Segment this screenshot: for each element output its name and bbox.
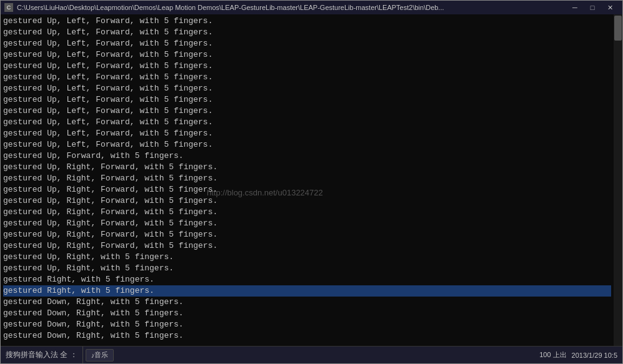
maximize-button[interactable]: □ xyxy=(584,1,601,14)
console-line: gestured Up, Right, Forward, with 5 fing… xyxy=(3,173,611,184)
ime-display: 搜狗拼音输入法 全 ： xyxy=(1,347,83,363)
title-bar: C C:\Users\LiuHao\Desktop\Leapmotion\Dem… xyxy=(1,1,622,14)
console-line: gestured Up, Left, Forward, with 5 finge… xyxy=(3,139,611,150)
console-line: gestured Down, Right, with 5 fingers. xyxy=(3,330,611,342)
scrollbar-thumb[interactable] xyxy=(614,16,622,41)
resolution-info: 100 上出 xyxy=(539,350,566,360)
console-line: gestured Up, Right, Forward, with 5 fing… xyxy=(3,184,611,195)
console-line: gestured Up, Forward, with 5 fingers. xyxy=(3,150,611,162)
console-line: gestured Up, Left, Forward, with 5 finge… xyxy=(3,128,611,139)
console-line: gestured Up, Right, Forward, with 5 fing… xyxy=(3,240,611,252)
console-line: gestured Up, Left, Forward, with 5 finge… xyxy=(3,16,611,27)
console-line: gestured Up, Right, Forward, with 5 fing… xyxy=(3,207,611,218)
bottom-bar: 搜狗拼音输入法 全 ： ♪ 音乐 100 上出 2013/1/29 10:5 xyxy=(1,346,622,363)
console-line: gestured Up, Right, with 5 fingers. xyxy=(3,252,611,263)
console-line: gestured Up, Left, Forward, with 5 finge… xyxy=(3,83,611,94)
console-line: gestured Up, Left, Forward, with 5 finge… xyxy=(3,61,611,72)
window-title: C:\Users\LiuHao\Desktop\Leapmotion\Demos… xyxy=(17,4,561,11)
console-line: gestured Up, Left, Forward, with 5 finge… xyxy=(3,106,611,117)
console-line: gestured Up, Left, Forward, with 5 finge… xyxy=(3,49,611,61)
vertical-scrollbar[interactable] xyxy=(614,14,622,346)
console-line: gestured Up, Right, Forward, with 5 fing… xyxy=(3,195,611,207)
datetime-info: 2013/1/29 10:5 xyxy=(572,352,617,359)
console-line: gestured Up, Right, with 5 fingers. xyxy=(3,263,611,274)
console-line: gestured Up, Left, Forward, with 5 finge… xyxy=(3,94,611,106)
main-window: C C:\Users\LiuHao\Desktop\Leapmotion\Dem… xyxy=(0,0,623,364)
console-line: gestured Up, Right, Forward, with 5 fing… xyxy=(3,218,611,229)
taskbar-music-label: 音乐 xyxy=(94,350,108,360)
minimize-button[interactable]: ─ xyxy=(566,1,584,14)
console-line: gestured Up, Left, Forward, with 5 finge… xyxy=(3,27,611,38)
console-line: gestured Up, Left, Forward, with 5 finge… xyxy=(3,38,611,49)
console-line: gestured Up, Left, Forward, with 5 finge… xyxy=(3,117,611,128)
title-bar-controls: ─ □ ✕ xyxy=(566,1,619,14)
console-line: gestured Down, Right, with 5 fingers. xyxy=(3,319,611,330)
console-line: gestured Down, Right, with 5 fingers. xyxy=(3,308,611,319)
taskbar-item-music[interactable]: ♪ 音乐 xyxy=(86,349,114,362)
window-icon: C xyxy=(4,3,13,12)
console-line: gestured Up, Right, Forward, with 5 fing… xyxy=(3,162,611,173)
console-line: gestured Up, Right, Forward, with 5 fing… xyxy=(3,229,611,240)
taskbar: ♪ 音乐 xyxy=(83,349,535,362)
close-button[interactable]: ✕ xyxy=(601,1,619,14)
status-info: 100 上出 2013/1/29 10:5 xyxy=(534,350,622,360)
console-line: gestured Right, with 5 fingers. xyxy=(3,274,611,285)
console-line: gestured Up, Left, Forward, with 5 finge… xyxy=(3,72,611,83)
console-output: gestured Up, Left, Forward, with 5 finge… xyxy=(1,14,614,346)
console-area: gestured Up, Left, Forward, with 5 finge… xyxy=(1,14,622,346)
console-line: gestured Right, with 5 fingers. xyxy=(3,285,611,297)
console-line: gestured Down, Right, with 5 fingers. xyxy=(3,297,611,308)
